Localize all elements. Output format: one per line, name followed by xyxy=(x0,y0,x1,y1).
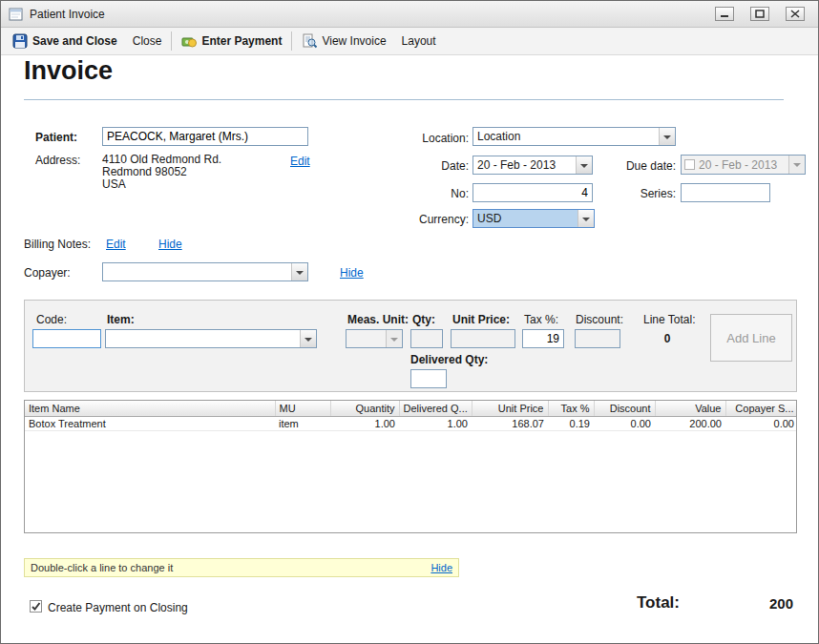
toolbar-separator xyxy=(171,31,172,51)
discount-label: Discount: xyxy=(576,313,623,326)
column-header-quantity[interactable]: Quantity xyxy=(330,401,399,416)
view-invoice-icon xyxy=(302,33,317,49)
maximize-icon[interactable] xyxy=(750,7,769,21)
cell-unit-price: 168.07 xyxy=(472,416,548,430)
cell-quantity: 1.00 xyxy=(330,416,399,430)
chevron-down-icon xyxy=(300,330,316,347)
billing-notes-hide-link[interactable]: Hide xyxy=(158,238,182,251)
date-value: 20 - Feb - 2013 xyxy=(473,156,576,174)
add-line-label: Add Line xyxy=(726,331,775,345)
enter-payment-label: Enter Payment xyxy=(201,34,282,48)
series-input[interactable] xyxy=(681,183,770,202)
table-row[interactable]: Botox Treatment item 1.00 1.00 168.07 0.… xyxy=(25,416,797,430)
invoice-lines-table: Item Name MU Quantity Delivered Q... Uni… xyxy=(24,400,797,533)
toolbar: Save and Close Close Enter Payment xyxy=(1,28,818,55)
location-value: Location xyxy=(473,128,659,145)
qty-input[interactable] xyxy=(410,329,443,348)
item-value xyxy=(106,330,300,347)
app-icon xyxy=(9,7,24,22)
hint-text: Double-click a line to change it xyxy=(31,562,173,573)
column-header-tax[interactable]: Tax % xyxy=(548,401,594,416)
line-total-value: 0 xyxy=(643,332,691,345)
copayer-select[interactable] xyxy=(102,262,308,281)
currency-value: USD xyxy=(473,210,578,227)
column-header-discount[interactable]: Discount xyxy=(594,401,655,416)
close-button[interactable]: Close xyxy=(125,31,170,51)
line-entry-panel: Code: Item: Meas. Unit: Qty: Unit Price:… xyxy=(24,300,797,392)
qty-label: Qty: xyxy=(412,313,435,326)
delivered-qty-label: Delivered Qty: xyxy=(410,353,488,366)
invoice-number-label: No: xyxy=(392,187,469,200)
item-label: Item: xyxy=(107,313,135,326)
view-invoice-button[interactable]: View Invoice xyxy=(294,31,393,52)
layout-button[interactable]: Layout xyxy=(394,31,444,51)
column-header-copayer-share[interactable]: Copayer S... xyxy=(725,401,797,416)
column-header-item-name[interactable]: Item Name xyxy=(25,401,275,416)
currency-select[interactable]: USD xyxy=(472,209,595,228)
toolbar-separator xyxy=(291,31,292,51)
billing-notes-edit-link[interactable]: Edit xyxy=(106,238,126,251)
table-header-row: Item Name MU Quantity Delivered Q... Uni… xyxy=(25,401,797,416)
patient-input[interactable] xyxy=(102,127,308,146)
due-date-picker[interactable]: 20 - Feb - 2013 xyxy=(681,155,806,175)
date-picker[interactable]: 20 - Feb - 2013 xyxy=(472,156,593,175)
tax-input[interactable] xyxy=(522,329,564,348)
due-date-label: Due date: xyxy=(600,159,676,173)
chevron-down-icon xyxy=(578,210,594,227)
chevron-down-icon xyxy=(386,330,402,347)
chevron-down-icon xyxy=(659,128,675,145)
total-label: Total: xyxy=(637,593,680,613)
address-text: 4110 Old Redmond Rd. Redmond 98052 USA xyxy=(102,154,221,191)
unit-price-input[interactable] xyxy=(451,329,515,348)
address-edit-link[interactable]: Edit xyxy=(290,155,310,168)
close-label: Close xyxy=(133,34,162,48)
cell-mu: item xyxy=(275,416,330,430)
address-line: USA xyxy=(102,178,221,191)
view-invoice-label: View Invoice xyxy=(322,34,386,48)
code-input[interactable] xyxy=(32,329,101,348)
chevron-down-icon xyxy=(788,156,805,174)
hint-hide-link[interactable]: Hide xyxy=(430,562,452,573)
code-label: Code: xyxy=(36,313,67,326)
create-payment-label: Create Payment on Closing xyxy=(48,601,188,614)
location-select[interactable]: Location xyxy=(472,127,676,146)
page-title: Invoice xyxy=(24,56,113,86)
cell-tax: 0.19 xyxy=(548,416,594,430)
window-controls xyxy=(715,7,805,21)
cell-value: 200.00 xyxy=(655,416,725,430)
line-total-label: Line Total: xyxy=(643,313,696,326)
create-payment-checkbox[interactable] xyxy=(30,600,42,613)
due-date-value: 20 - Feb - 2013 xyxy=(695,156,788,174)
title-bar: Patient Invoice xyxy=(1,1,818,28)
meas-unit-label: Meas. Unit: xyxy=(347,313,409,326)
billing-notes-label: Billing Notes: xyxy=(24,238,91,251)
copayer-value xyxy=(103,263,291,280)
minimize-icon[interactable] xyxy=(715,7,734,21)
invoice-number-input[interactable] xyxy=(472,183,593,202)
hint-bar: Double-click a line to change it Hide xyxy=(24,558,459,577)
save-and-close-button[interactable]: Save and Close xyxy=(5,31,125,52)
cell-delivered-qty: 1.00 xyxy=(399,416,472,430)
delivered-qty-input[interactable] xyxy=(410,369,447,388)
add-line-button[interactable]: Add Line xyxy=(710,314,792,362)
meas-unit-select[interactable] xyxy=(346,329,403,348)
date-label: Date: xyxy=(392,159,469,173)
close-icon[interactable] xyxy=(786,7,805,21)
meas-unit-value xyxy=(346,330,386,347)
tax-label: Tax %: xyxy=(524,313,558,326)
copayer-hide-link[interactable]: Hide xyxy=(340,266,364,280)
discount-input[interactable] xyxy=(575,329,620,348)
column-header-unit-price[interactable]: Unit Price xyxy=(472,401,548,416)
chevron-down-icon xyxy=(576,156,592,174)
item-select[interactable] xyxy=(105,329,317,348)
total-value: 200 xyxy=(723,595,793,612)
column-header-value[interactable]: Value xyxy=(655,401,725,416)
cell-copayer-share: 0.00 xyxy=(725,416,797,430)
enter-payment-button[interactable]: Enter Payment xyxy=(174,31,289,52)
column-header-delivered-qty[interactable]: Delivered Q... xyxy=(399,401,472,416)
payment-icon xyxy=(181,33,197,49)
heading-rule xyxy=(24,99,784,100)
column-header-mu[interactable]: MU xyxy=(275,401,330,416)
due-date-checkbox[interactable] xyxy=(684,159,695,170)
patient-invoice-window: Patient Invoice Save and Close Clo xyxy=(0,0,819,644)
